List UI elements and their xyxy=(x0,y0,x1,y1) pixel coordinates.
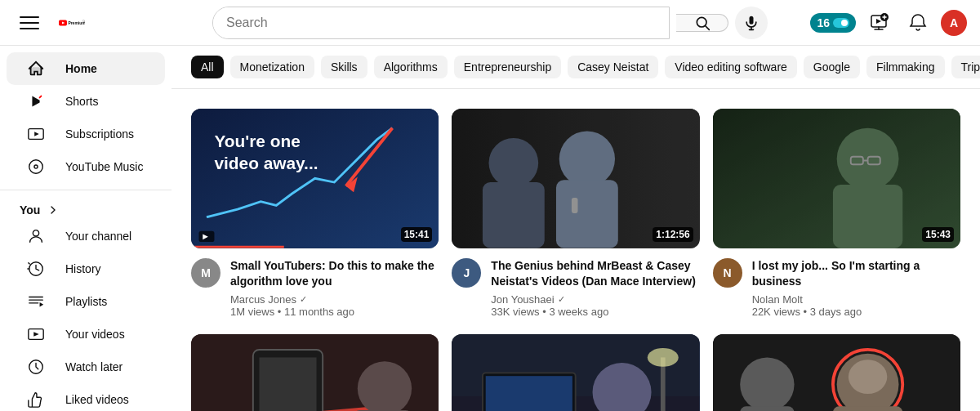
playlists-icon xyxy=(26,292,46,311)
svg-point-23 xyxy=(35,166,38,168)
video-info-2: J The Genius behind MrBeast & Casey Neis… xyxy=(452,248,699,318)
svg-rect-56 xyxy=(259,357,316,411)
video-card-4[interactable]: C Video title xyxy=(191,334,439,411)
video-duration-3: 15:43 xyxy=(922,227,954,242)
video-meta-2: The Genius behind MrBeast & Casey Neista… xyxy=(491,258,699,318)
channel-name-1: Marcus Jones ✓ xyxy=(230,293,439,306)
sidebar-home-label: Home xyxy=(65,62,97,75)
chip-algorithms[interactable]: Algorithms xyxy=(374,56,448,78)
svg-marker-30 xyxy=(33,332,38,337)
chip-casey-neistat[interactable]: Casey Neistat xyxy=(568,56,658,78)
video-thumb-2: 1:12:56 xyxy=(452,109,699,248)
sidebar-item-your-channel[interactable]: Your channel xyxy=(7,220,165,252)
video-title-2: The Genius behind MrBeast & Casey Neista… xyxy=(491,258,699,290)
svg-point-24 xyxy=(33,230,38,236)
sidebar-your-videos-label: Your videos xyxy=(65,328,125,341)
video-thumb-5 xyxy=(452,334,699,411)
search-button[interactable] xyxy=(676,14,728,32)
svg-marker-20 xyxy=(34,132,39,136)
premium-badge-number: 16 xyxy=(817,16,830,29)
sidebar-item-home[interactable]: Home xyxy=(7,52,165,85)
video-thumb-6 xyxy=(713,334,960,411)
video-card-3[interactable]: 15:43 N I lost my job... So I'm starting… xyxy=(713,109,960,318)
chip-video-editing[interactable]: Video editing software xyxy=(665,56,797,78)
sidebar: Home Shorts Subscriptions YouTub xyxy=(0,46,172,411)
video-thumb-4 xyxy=(191,334,439,411)
svg-rect-9 xyxy=(750,16,754,24)
premium-badge-toggle xyxy=(833,18,849,28)
channel-avatar-2: J xyxy=(452,258,481,288)
chip-all[interactable]: All xyxy=(191,56,224,78)
search-bar xyxy=(212,7,670,39)
header-right: 16 A xyxy=(795,7,967,39)
svg-rect-74 xyxy=(833,406,902,411)
svg-line-8 xyxy=(705,25,709,29)
chip-monetization[interactable]: Monetization xyxy=(230,56,314,78)
sidebar-history-label: History xyxy=(65,262,101,275)
chip-entrepreneurship[interactable]: Entrepreneurship xyxy=(454,56,561,78)
sidebar-watch-later-label: Watch later xyxy=(65,360,122,373)
sidebar-item-your-videos[interactable]: Your videos xyxy=(7,318,165,351)
svg-rect-0 xyxy=(20,16,39,18)
account-button[interactable]: A xyxy=(941,10,967,36)
sidebar-item-shorts[interactable]: Shorts xyxy=(7,85,165,118)
mic-button[interactable] xyxy=(735,7,768,39)
mic-icon xyxy=(743,15,760,31)
video-duration-1: 15:41 xyxy=(401,227,433,242)
video-stats-2: 33K views • 3 weeks ago xyxy=(491,306,699,318)
svg-rect-1 xyxy=(20,22,39,24)
sidebar-music-label: YouTube Music xyxy=(65,160,143,173)
video-info-1: M Small YouTubers: Do this to make the a… xyxy=(191,248,439,318)
chip-tripods[interactable]: Tripods xyxy=(951,56,980,78)
chip-filmmaking[interactable]: Filmmaking xyxy=(866,56,945,78)
history-icon xyxy=(26,259,46,279)
verified-icon-1: ✓ xyxy=(300,294,307,305)
search-input[interactable] xyxy=(213,7,669,38)
liked-videos-icon xyxy=(26,390,46,409)
logo[interactable]: Premium CA xyxy=(59,14,85,32)
video-thumb-3: 15:43 xyxy=(713,109,960,248)
verified-icon-2: ✓ xyxy=(558,294,565,305)
premium-badge[interactable]: 16 xyxy=(810,13,856,33)
sidebar-item-music[interactable]: YouTube Music xyxy=(7,150,165,183)
sidebar-you-section[interactable]: You xyxy=(0,197,172,220)
home-icon xyxy=(26,59,46,78)
video-card-6[interactable]: C Video title xyxy=(713,334,960,411)
sidebar-item-watch-later[interactable]: Watch later xyxy=(7,351,165,383)
sidebar-item-subscriptions[interactable]: Subscriptions xyxy=(7,118,165,150)
watch-later-icon xyxy=(26,357,46,377)
header-left: Premium CA xyxy=(13,7,185,39)
sidebar-you-label: You xyxy=(20,203,40,217)
svg-text:video away...: video away... xyxy=(214,154,318,172)
svg-text:You're one: You're one xyxy=(214,132,300,150)
sidebar-item-history[interactable]: History xyxy=(7,252,165,285)
shorts-icon xyxy=(26,92,46,111)
video-card-2[interactable]: 1:12:56 J The Genius behind MrBeast & Ca… xyxy=(452,109,699,318)
video-thumbnail-6 xyxy=(713,334,960,411)
svg-rect-71 xyxy=(740,406,794,411)
video-title-3: I lost my job... So I'm starting a busin… xyxy=(752,258,960,290)
videos-grid: You're one video away... 15:41 M Small Y… xyxy=(172,89,980,411)
sidebar-divider-1 xyxy=(0,190,172,190)
video-thumbnail-5 xyxy=(452,334,699,411)
sidebar-item-playlists[interactable]: Playlists xyxy=(7,285,165,318)
sidebar-subscriptions-label: Subscriptions xyxy=(65,127,134,141)
svg-point-70 xyxy=(740,357,794,411)
video-card-1[interactable]: You're one video away... 15:41 M Small Y… xyxy=(191,109,439,318)
video-stats-3: 22K views • 3 days ago xyxy=(752,306,960,318)
header: Premium CA 16 xyxy=(0,0,980,46)
channel-avatar-3: N xyxy=(713,258,742,288)
sidebar-item-liked-videos[interactable]: Liked videos xyxy=(7,383,165,411)
chip-skills[interactable]: Skills xyxy=(321,56,368,78)
sidebar-your-channel-label: Your channel xyxy=(65,230,131,243)
chip-google[interactable]: Google xyxy=(804,56,860,78)
video-meta-1: Small YouTubers: Do this to make the alg… xyxy=(230,258,439,318)
video-card-5[interactable]: C Video title xyxy=(452,334,699,411)
svg-rect-2 xyxy=(20,28,39,29)
video-meta-3: I lost my job... So I'm starting a busin… xyxy=(752,258,960,318)
notifications-button[interactable] xyxy=(902,7,934,39)
create-icon xyxy=(869,13,889,33)
menu-button[interactable] xyxy=(13,7,46,39)
main-content: All Monetization Skills Algorithms Entre… xyxy=(172,46,980,411)
create-button[interactable] xyxy=(862,7,895,39)
